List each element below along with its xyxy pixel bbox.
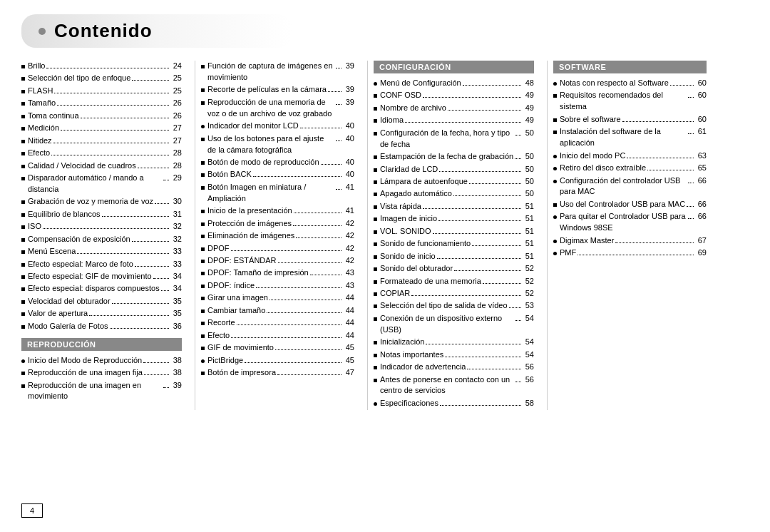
bullet-square bbox=[21, 372, 25, 375]
entry-dots bbox=[515, 135, 521, 135]
bullet-square bbox=[201, 222, 205, 226]
entry-label: Inicio de la presentación bbox=[207, 205, 292, 217]
list-item: Sobre el software60 bbox=[553, 114, 707, 126]
entry-page: 54 bbox=[523, 313, 534, 324]
separator-2 bbox=[367, 61, 368, 410]
entry-dots bbox=[509, 307, 521, 308]
entry-dots bbox=[267, 312, 342, 313]
entry-dots bbox=[253, 176, 342, 177]
list-item: Eliminación de imágenes42 bbox=[201, 230, 354, 242]
entry-label: Formateado de una memoria bbox=[380, 276, 481, 287]
entry-page: 42 bbox=[343, 218, 354, 230]
list-item: Claridad de LCD50 bbox=[374, 164, 534, 175]
bullet-square bbox=[201, 334, 205, 338]
entry-label: Botón BACK bbox=[207, 169, 252, 180]
col1-entries: Brillo24Selección del tipo de enfoque25F… bbox=[21, 61, 182, 332]
entry-page: 27 bbox=[170, 135, 182, 147]
bullet-square bbox=[21, 102, 25, 106]
entry-dots bbox=[296, 237, 342, 238]
entry-label: Efecto especial: Marco de foto bbox=[28, 259, 133, 270]
entry-dots bbox=[688, 183, 694, 183]
entry-page: 54 bbox=[523, 337, 534, 348]
entry-label: ISO bbox=[28, 221, 41, 232]
entry-dots bbox=[275, 349, 342, 350]
entry-page: 56 bbox=[523, 362, 534, 373]
entry-label: Velocidad del obturador bbox=[28, 296, 111, 307]
bullet-circle bbox=[553, 82, 557, 86]
col4-entries: Notas con respecto al Software60Requisit… bbox=[553, 78, 707, 259]
entry-label: Cambiar tamaño bbox=[207, 305, 265, 317]
entry-label: Conexión de un dispositivo externo (USB) bbox=[380, 313, 514, 336]
entry-label: Efecto bbox=[207, 330, 230, 342]
list-item: Nitidez27 bbox=[21, 135, 182, 147]
list-item: Efecto especial: GIF de movimiento34 bbox=[21, 271, 182, 282]
list-item: Notas con respecto al Software60 bbox=[553, 78, 707, 89]
list-item: Uso de los botones para el ajuste de la … bbox=[201, 133, 354, 156]
entry-label: FLASH bbox=[28, 86, 53, 97]
list-item: DPOF: Tamaño de impresión43 bbox=[201, 267, 354, 279]
col-4: SOFTWARE Notas con respecto al Software6… bbox=[553, 61, 714, 410]
bullet-circle bbox=[374, 82, 377, 86]
list-item: Para quitar el Controlador USB para Wind… bbox=[553, 211, 707, 234]
list-item: Tamaño26 bbox=[21, 98, 182, 109]
list-item: Nombre de archivo49 bbox=[374, 103, 534, 114]
reproduccion-header: REPRODUCCIÓN bbox=[21, 338, 182, 351]
entry-page: 66 bbox=[695, 211, 707, 222]
bullet-square bbox=[21, 213, 25, 217]
entry-label: Digimax Master bbox=[560, 235, 614, 247]
page-title: Contenido bbox=[54, 20, 153, 42]
entry-label: DPOF: índice bbox=[207, 280, 255, 292]
entry-label: Inicialización bbox=[380, 337, 424, 348]
list-item: Especificaciones58 bbox=[374, 398, 534, 409]
bullet-square bbox=[21, 300, 25, 304]
entry-label: PictBridge bbox=[207, 355, 243, 367]
entry-page: 27 bbox=[170, 123, 182, 134]
bullet-square bbox=[553, 203, 557, 207]
entry-dots bbox=[270, 300, 342, 300]
bullet-square bbox=[21, 140, 25, 143]
entry-page: 39 bbox=[343, 97, 354, 108]
entry-label: CONF OSD bbox=[380, 90, 421, 101]
list-item: Idioma49 bbox=[374, 115, 534, 126]
title-bullet bbox=[38, 28, 46, 35]
list-item: Cambiar tamaño44 bbox=[201, 305, 354, 317]
entry-dots bbox=[670, 85, 694, 86]
bullet-square bbox=[374, 180, 377, 184]
entry-page: 39 bbox=[343, 61, 354, 72]
entry-dots bbox=[310, 275, 342, 275]
entry-dots bbox=[138, 168, 169, 168]
bullet-square bbox=[21, 200, 25, 204]
entry-dots bbox=[256, 287, 342, 288]
bullet-square bbox=[374, 132, 377, 135]
list-item: Recorte44 bbox=[201, 317, 354, 329]
entry-page: 42 bbox=[343, 243, 354, 255]
entry-dots bbox=[688, 133, 694, 134]
list-item: Equilibrio de blancos31 bbox=[21, 209, 182, 220]
entry-dots bbox=[336, 68, 342, 68]
entry-dots bbox=[688, 218, 694, 219]
list-item: Conexión de un dispositivo externo (USB)… bbox=[374, 313, 534, 336]
list-item: Sonido del obturador52 bbox=[374, 263, 534, 275]
list-item: Función de captura de imágenes en movimi… bbox=[201, 61, 354, 83]
bullet-square bbox=[21, 263, 25, 267]
bullet-square bbox=[374, 205, 377, 209]
bullet-circle bbox=[553, 155, 557, 158]
entry-dots bbox=[688, 97, 694, 98]
entry-dots bbox=[237, 324, 342, 325]
bullet-square bbox=[201, 247, 205, 251]
entry-page: 51 bbox=[523, 251, 534, 262]
entry-page: 32 bbox=[170, 221, 182, 232]
entry-dots bbox=[153, 278, 169, 279]
entry-dots bbox=[515, 382, 521, 382]
bullet-square bbox=[21, 77, 25, 81]
entry-page: 50 bbox=[523, 151, 534, 163]
bullet-square bbox=[201, 210, 205, 213]
entry-page: 44 bbox=[343, 305, 354, 317]
bullet-square bbox=[21, 384, 25, 388]
entry-label: Para quitar el Controlador USB para Wind… bbox=[560, 211, 687, 234]
col-3: CONFIGURACIÓN Menú de Configuración48CON… bbox=[374, 61, 541, 410]
entry-page: 60 bbox=[695, 114, 707, 126]
entry-dots bbox=[294, 213, 342, 213]
bullet-square bbox=[374, 155, 377, 159]
list-item: GIF de movimiento45 bbox=[201, 342, 354, 354]
